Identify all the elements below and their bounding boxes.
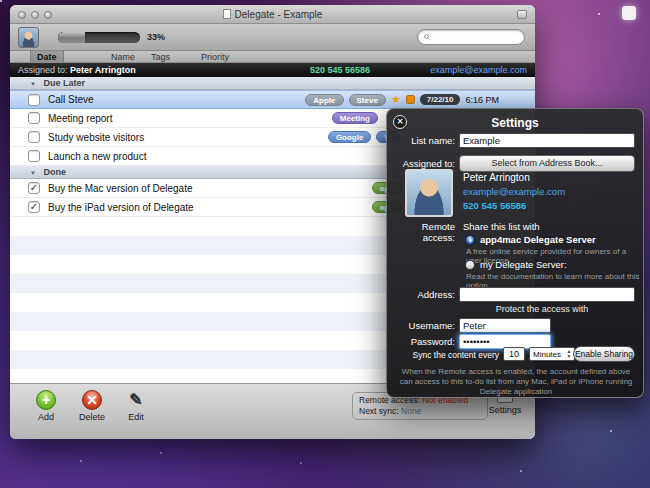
assigned-phone: 520 545 56586 [310, 63, 370, 77]
enable-sharing-button[interactable]: Enable Sharing [573, 346, 635, 362]
search-field[interactable] [417, 29, 525, 45]
checkbox[interactable] [28, 131, 40, 143]
row-meta: Meeting [332, 112, 378, 124]
settings-panel-title: Settings [387, 109, 643, 130]
close-panel-button[interactable]: ✕ [393, 115, 407, 129]
next-sync-status: Next sync: None [359, 406, 481, 417]
due-time: 6:16 PM [465, 95, 499, 105]
assigned-to-text: Assigned to: Peter Arrington [18, 63, 136, 77]
sync-interval-input[interactable] [503, 347, 525, 361]
address-book-button[interactable]: Select from Address Book... [459, 155, 635, 172]
radio-my-server[interactable] [465, 260, 475, 270]
search-icon [424, 32, 430, 42]
todo-title: Launch a new product [48, 151, 146, 162]
edit-button[interactable]: ✎ Edit [114, 390, 158, 422]
progress-label: 33% [147, 32, 165, 42]
add-icon: + [36, 390, 56, 410]
list-name-label: List name: [387, 135, 455, 146]
assigned-email[interactable]: example@example.com [430, 63, 527, 77]
tab-priority[interactable]: Priority [195, 51, 235, 63]
tab-date[interactable]: Date [30, 51, 64, 63]
checkbox-checked[interactable]: ✓ [28, 182, 40, 194]
tab-name[interactable]: Name [105, 51, 141, 63]
address-input[interactable] [459, 287, 635, 302]
window-toolbar: 33% [10, 24, 535, 51]
section-title: Due Later [43, 78, 85, 88]
remote-access-label: Remote access: [387, 221, 455, 243]
checkbox[interactable] [28, 150, 40, 162]
due-date-badge: 7/22/10 [420, 94, 461, 105]
todo-title: Study website visitors [48, 132, 144, 143]
owner-avatar[interactable] [18, 27, 39, 48]
wallpaper-stars [0, 0, 2, 2]
titlebar[interactable]: Delegate - Example [10, 5, 535, 24]
checkbox-checked[interactable]: ✓ [28, 201, 40, 213]
radio-app4mac-label[interactable]: app4mac Delegate Server [480, 234, 596, 245]
delete-button[interactable]: ✕ Delete [70, 390, 114, 422]
document-proxy-icon [223, 9, 231, 19]
traffic-lights [18, 11, 52, 19]
todo-title: Call Steve [48, 94, 94, 105]
contact-email[interactable]: example@example.com [463, 186, 565, 197]
todo-title: Meeting report [48, 113, 112, 124]
list-name-input[interactable] [459, 133, 635, 148]
row-meta: Apple Steve ★ 7/22/10 6:16 PM [305, 93, 499, 106]
search-input[interactable] [434, 32, 518, 42]
stepper-arrows-icon: ▲▼ [565, 349, 573, 359]
desktop-icon[interactable] [622, 6, 636, 20]
minimize-button[interactable] [31, 11, 39, 19]
todo-title: Buy the Mac version of Delegate [48, 183, 193, 194]
disclosure-triangle-icon[interactable]: ▼ [30, 170, 36, 176]
sync-interval-label: Sync the content every [387, 350, 499, 360]
settings-panel: ✕ Settings List name: Assigned to: Selec… [386, 108, 644, 398]
password-label: Password: [387, 336, 455, 347]
next-sync-value: None [401, 406, 421, 416]
next-sync-label: Next sync: [359, 406, 399, 416]
radio-my-server-label[interactable]: my Delegate Server: [480, 259, 567, 270]
sync-unit-dropdown[interactable]: Minutes ▲▼ [529, 347, 575, 361]
toolbar-toggle-button[interactable] [517, 10, 527, 19]
contact-photo [405, 169, 453, 217]
delete-label: Delete [79, 412, 105, 422]
username-input[interactable] [459, 318, 551, 333]
assigned-to-name: Peter Arrington [70, 65, 136, 75]
checkbox[interactable] [28, 94, 40, 106]
radio-app4mac-server[interactable] [465, 235, 475, 245]
contact-phone: 520 545 56586 [463, 200, 526, 211]
address-label: Address: [387, 289, 455, 300]
progress-fill [58, 32, 85, 43]
close-button[interactable] [18, 11, 26, 19]
contact-name: Peter Arrington [463, 172, 530, 183]
tag-pill[interactable]: Meeting [332, 112, 378, 124]
settings-label: Settings [489, 405, 522, 415]
todo-title: Buy the iPad version of Delegate [48, 202, 194, 213]
username-label: Username: [387, 320, 455, 331]
todo-row-call-steve[interactable]: Call Steve Apple Steve ★ 7/22/10 6:16 PM [10, 90, 535, 109]
priority-indicator[interactable] [406, 95, 415, 104]
add-button[interactable]: + Add [24, 390, 68, 422]
remote-access-note: When the Remote access is enabled, the a… [399, 367, 633, 397]
assigned-to-label: Assigned to: [18, 65, 68, 75]
edit-pencil-icon: ✎ [126, 390, 146, 410]
window-title: Delegate - Example [235, 9, 323, 20]
edit-label: Edit [128, 412, 144, 422]
zoom-button[interactable] [44, 11, 52, 19]
tag-pill[interactable]: Steve [349, 94, 386, 106]
assigned-to-label: Assigned to: [387, 158, 455, 169]
checkbox[interactable] [28, 112, 40, 124]
desktop: Delegate - Example 33% Date Name Tags Pr… [0, 0, 650, 488]
protect-access-label: Protect the access with [447, 304, 637, 314]
disclosure-triangle-icon[interactable]: ▼ [30, 81, 36, 87]
section-header-due-later[interactable]: ▼ Due Later [10, 77, 535, 90]
check-icon: ✓ [30, 202, 38, 212]
section-title: Done [43, 167, 66, 177]
progress-bar [58, 32, 140, 43]
delete-icon: ✕ [82, 390, 102, 410]
share-with-label: Share this list with [463, 221, 540, 232]
tag-pill[interactable]: Google [328, 131, 372, 143]
check-icon: ✓ [30, 183, 38, 193]
tag-pill[interactable]: Apple [305, 94, 343, 106]
sync-unit-value: Minutes [533, 350, 561, 359]
flag-star-icon[interactable]: ★ [391, 93, 401, 106]
tab-tags[interactable]: Tags [145, 51, 176, 63]
